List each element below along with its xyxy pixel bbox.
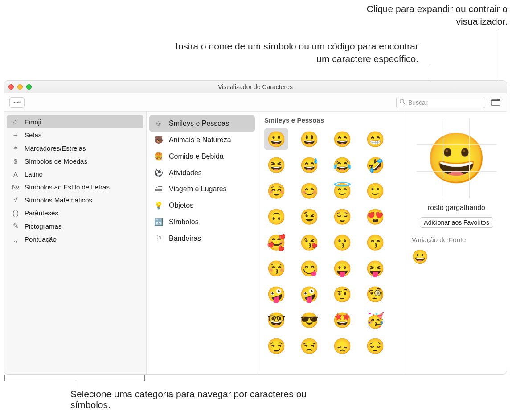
window-title: Visualizador de Caracteres bbox=[4, 83, 507, 91]
subcategory-item-5[interactable]: 💡Objetos bbox=[149, 197, 255, 214]
subcategory-item-icon: 🍔 bbox=[154, 152, 164, 161]
emoji-cell[interactable]: 🙃 bbox=[264, 206, 288, 227]
sidebar-item-4[interactable]: ALatino bbox=[7, 168, 143, 181]
detail-pane: 😀 rosto gargalhando Adicionar aos Favori… bbox=[406, 112, 507, 374]
sidebar-item-2[interactable]: ✶Marcadores/Estrelas bbox=[7, 141, 143, 155]
category-sidebar: ☺Emoji→Setas✶Marcadores/Estrelas$Símbolo… bbox=[4, 112, 147, 374]
emoji-cell[interactable]: 🙂 bbox=[363, 180, 387, 202]
sidebar-item-1[interactable]: →Setas bbox=[7, 128, 143, 141]
sidebar-item-label: Setas bbox=[25, 131, 41, 139]
svg-point-1 bbox=[16, 102, 17, 103]
character-viewer-window: Visualizador de Caracteres ☺Emoji→Setas✶… bbox=[4, 80, 507, 375]
emoji-cell[interactable]: 😅 bbox=[297, 154, 321, 176]
emoji-cell[interactable]: 😙 bbox=[363, 232, 387, 253]
subcategory-item-4[interactable]: 🏙Viagem e Lugares bbox=[149, 181, 255, 197]
emoji-cell[interactable]: ☺️ bbox=[264, 180, 288, 202]
sidebar-item-icon: ☺ bbox=[11, 118, 20, 126]
sidebar-item-icon: → bbox=[11, 131, 20, 139]
emoji-grid: 😀😃😄😁😆😅😂🤣☺️😊😇🙂🙃😉😌😍🥰😘😗😙😚😋😛😝🤪🤪🤨🧐🤓😎🤩🥳😏😒😞😔 bbox=[264, 128, 400, 357]
window-body: ☺Emoji→Setas✶Marcadores/Estrelas$Símbolo… bbox=[4, 112, 507, 374]
callout-category: Selecione uma categoria para navegar por… bbox=[70, 389, 338, 410]
emoji-cell[interactable]: 😄 bbox=[330, 128, 354, 150]
emoji-cell[interactable]: 😚 bbox=[264, 258, 288, 279]
preview-gridlines bbox=[417, 118, 497, 198]
bracket-right-v bbox=[144, 375, 145, 381]
expand-collapse-button[interactable] bbox=[490, 98, 501, 107]
subcategory-item-icon: 🏙 bbox=[154, 185, 164, 193]
sidebar-item-6[interactable]: √Símbolos Matemáticos bbox=[7, 194, 143, 206]
emoji-cell[interactable]: 🤩 bbox=[330, 309, 354, 331]
sidebar-item-label: Pictogramas bbox=[25, 222, 61, 230]
emoji-cell[interactable]: 😋 bbox=[297, 258, 321, 279]
subcategory-item-label: Símbolos bbox=[169, 218, 199, 226]
sidebar-item-label: Latino bbox=[25, 170, 43, 178]
subcategory-item-7[interactable]: ⚐Bandeiras bbox=[149, 230, 255, 247]
emoji-cell[interactable]: 🤣 bbox=[363, 154, 387, 176]
search-field[interactable] bbox=[396, 97, 485, 108]
sidebar-item-3[interactable]: $Símbolos de Moedas bbox=[7, 155, 143, 168]
subcategory-item-icon: 🔣 bbox=[154, 218, 164, 226]
subcategory-item-2[interactable]: 🍔Comida e Bebida bbox=[149, 148, 255, 165]
svg-rect-7 bbox=[497, 99, 500, 100]
emoji-cell[interactable]: 😎 bbox=[297, 309, 321, 331]
sidebar-item-label: Marcadores/Estrelas bbox=[25, 144, 86, 152]
search-icon bbox=[399, 99, 406, 107]
subcategory-item-label: Atividades bbox=[169, 169, 202, 177]
emoji-cell[interactable]: 😘 bbox=[297, 232, 321, 253]
emoji-cell[interactable]: 😊 bbox=[297, 180, 321, 202]
emoji-cell[interactable]: 😛 bbox=[330, 258, 354, 279]
svg-point-0 bbox=[14, 102, 15, 103]
emoji-cell[interactable]: 🤪 bbox=[264, 284, 288, 305]
emoji-cell[interactable]: 😔 bbox=[363, 335, 387, 357]
emoji-cell[interactable]: 😝 bbox=[363, 258, 387, 279]
emoji-cell[interactable]: 🥰 bbox=[264, 232, 288, 253]
bracket-h bbox=[4, 381, 144, 381]
subcategory-item-0[interactable]: ☺Smileys e Pessoas bbox=[149, 115, 255, 132]
emoji-cell[interactable]: 😗 bbox=[330, 232, 354, 253]
emoji-cell[interactable]: 🥳 bbox=[363, 309, 387, 331]
emoji-cell[interactable]: 😆 bbox=[264, 154, 288, 176]
emoji-cell[interactable]: 🤪 bbox=[297, 284, 321, 305]
subcategory-item-label: Bandeiras bbox=[169, 235, 201, 243]
sidebar-item-label: Pontuação bbox=[25, 235, 57, 243]
sidebar-item-9[interactable]: .,Pontuação bbox=[7, 233, 143, 246]
subcategory-item-6[interactable]: 🔣Símbolos bbox=[149, 214, 255, 230]
emoji-cell[interactable]: 😁 bbox=[363, 128, 387, 150]
emoji-cell[interactable]: 😀 bbox=[264, 128, 288, 150]
search-input[interactable] bbox=[408, 99, 486, 106]
subcategory-item-icon: ☺ bbox=[154, 119, 164, 128]
subcategory-item-label: Comida e Bebida bbox=[169, 152, 224, 161]
emoji-cell[interactable]: 😏 bbox=[264, 335, 288, 357]
emoji-cell[interactable]: 😞 bbox=[330, 335, 354, 357]
callout-search: Insira o nome de um símbolo ou um código… bbox=[169, 40, 418, 66]
subcategory-item-label: Animais e Natureza bbox=[169, 136, 231, 144]
emoji-cell[interactable]: 🤓 bbox=[264, 309, 288, 331]
character-name: rosto gargalhando bbox=[428, 204, 485, 212]
sidebar-item-icon: √ bbox=[11, 196, 20, 204]
subcategory-item-label: Smileys e Pessoas bbox=[169, 119, 229, 128]
emoji-cell[interactable]: 😃 bbox=[297, 128, 321, 150]
emoji-cell[interactable]: 🧐 bbox=[363, 284, 387, 305]
callout-expand: Clique para expandir ou contrair o visua… bbox=[329, 3, 508, 28]
font-variation-glyph[interactable]: 😀 bbox=[412, 249, 428, 264]
sidebar-item-8[interactable]: ✎Pictogramas bbox=[7, 219, 143, 233]
add-to-favorites-button[interactable]: Adicionar aos Favoritos bbox=[420, 217, 493, 228]
sidebar-item-7[interactable]: ( )Parênteses bbox=[7, 206, 143, 219]
subcategory-item-label: Viagem e Lugares bbox=[169, 185, 227, 193]
subcategory-item-3[interactable]: ⚽Atividades bbox=[149, 165, 255, 181]
emoji-cell[interactable]: 😉 bbox=[297, 206, 321, 227]
emoji-cell[interactable]: 🤨 bbox=[330, 284, 354, 305]
emoji-cell[interactable]: 😇 bbox=[330, 180, 354, 202]
subcategory-list: ☺Smileys e Pessoas🐻Animais e Natureza🍔Co… bbox=[147, 112, 258, 374]
sidebar-item-0[interactable]: ☺Emoji bbox=[7, 115, 143, 128]
emoji-cell[interactable]: 😍 bbox=[363, 206, 387, 227]
emoji-cell[interactable]: 😌 bbox=[330, 206, 354, 227]
sidebar-item-5[interactable]: №Símbolos ao Estilo de Letras bbox=[7, 181, 143, 194]
sidebar-item-label: Emoji bbox=[25, 118, 41, 126]
subcategory-item-icon: ⚽ bbox=[154, 169, 164, 177]
sidebar-item-icon: ✎ bbox=[11, 222, 20, 230]
actions-menu-button[interactable] bbox=[9, 97, 25, 108]
emoji-cell[interactable]: 😂 bbox=[330, 154, 354, 176]
emoji-cell[interactable]: 😒 bbox=[297, 335, 321, 357]
subcategory-item-1[interactable]: 🐻Animais e Natureza bbox=[149, 132, 255, 148]
